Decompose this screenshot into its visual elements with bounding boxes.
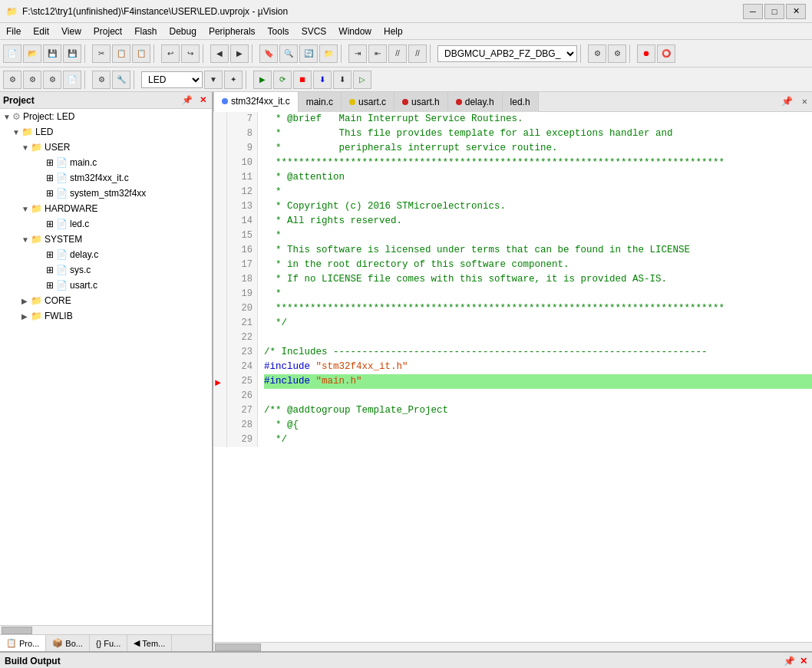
code-editor[interactable]: ► 7 8 9 10 11 12 1 (213, 112, 812, 642)
panel-tab-project-label: Pro... (19, 639, 39, 648)
new-file-button[interactable]: 📄 (3, 44, 21, 63)
debug-target-dropdown[interactable]: DBGMCU_APB2_FZ_DBG_ (437, 45, 577, 62)
main-area: Project 📌 ✕ ▼ ⚙ Project: LED ▼ 📁 LED ▼ 📁… (0, 92, 812, 651)
magic-wand-button[interactable]: ✦ (224, 71, 243, 89)
download2-button[interactable]: ⬇ (333, 71, 352, 89)
tree-item-core[interactable]: ▶ 📁 CORE (0, 293, 212, 308)
run2-button[interactable]: ▷ (353, 71, 371, 89)
debug-btn1[interactable]: ⚙ (588, 44, 606, 63)
tree-item-system[interactable]: ▶ ⊞ 📄 system_stm32f4xx (0, 186, 212, 201)
undo-button[interactable]: ↩ (161, 44, 180, 63)
tree-item-hardware[interactable]: ▼ 📁 HARDWARE (0, 201, 212, 216)
build-button[interactable]: ▶ (253, 71, 272, 89)
tree-item-delay-c[interactable]: ▶ ⊞ 📄 delay.c (0, 247, 212, 262)
save-button[interactable]: 💾 (43, 44, 61, 63)
unindent-button[interactable]: ⇤ (368, 44, 387, 63)
panel-close-button[interactable]: ✕ (196, 94, 209, 107)
cut-button[interactable]: ✂ (92, 44, 111, 63)
tree-item-user[interactable]: ▼ 📁 USER (0, 140, 212, 155)
bookmark-button[interactable]: 🔖 (259, 44, 278, 63)
indent-button[interactable]: ⇥ (348, 44, 367, 63)
tb2-btn5[interactable]: ⚙ (92, 71, 111, 89)
menu-item-view[interactable]: View (55, 23, 87, 39)
tb2-btn6[interactable]: 🔧 (112, 71, 130, 89)
tb2-btn3[interactable]: ⚙ (43, 71, 61, 89)
panel-tab-functions[interactable]: {} Fu... (90, 635, 127, 651)
menu-item-window[interactable]: Window (332, 23, 378, 39)
menu-item-edit[interactable]: Edit (27, 23, 55, 39)
paste-button[interactable]: 📋 (132, 44, 150, 63)
menu-item-tools[interactable]: Tools (262, 23, 295, 39)
tab-close-all-button[interactable]: ✕ (797, 96, 812, 107)
tb2-btn2[interactable]: ⚙ (23, 71, 41, 89)
tab-led-h[interactable]: led.h (502, 92, 539, 112)
search-button[interactable]: 🔍 (279, 44, 298, 63)
tree-item-sys-c[interactable]: ▶ ⊞ 📄 sys.c (0, 262, 212, 278)
tree-item-main-c[interactable]: ▶ ⊞ 📄 main.c (0, 155, 212, 170)
target-options-button[interactable]: ▼ (204, 71, 223, 89)
menu-item-svcs[interactable]: SVCS (295, 23, 333, 39)
menu-item-peripherals[interactable]: Peripherals (203, 23, 262, 39)
tab-dot-red2 (456, 99, 462, 105)
sep6 (430, 44, 434, 63)
run-button[interactable]: ⏺ (637, 44, 655, 63)
tree-item-fwlib[interactable]: ▶ 📁 FWLIB (0, 308, 212, 324)
panel-pin-button[interactable]: 📌 (181, 94, 193, 107)
panel-hscroll[interactable] (0, 625, 212, 634)
panel-tab-templates[interactable]: ◀ Tem... (127, 635, 172, 651)
target-dropdown[interactable]: LED (141, 71, 203, 88)
minimize-button[interactable]: ─ (743, 4, 763, 19)
download-button[interactable]: ⬇ (313, 71, 332, 89)
save-all-button[interactable]: 💾 (63, 44, 81, 63)
code-line-10: ****************************************… (264, 156, 812, 170)
tree-item-system-folder[interactable]: ▼ 📁 SYSTEM (0, 232, 212, 247)
line-num-16: 16 (232, 243, 253, 258)
build-pin-button[interactable]: 📌 (784, 656, 795, 666)
stop-build-button[interactable]: ⏹ (293, 71, 312, 89)
build-close-button[interactable]: ✕ (800, 656, 807, 666)
nav-fwd-button[interactable]: ▶ (230, 44, 249, 63)
close-button[interactable]: ✕ (786, 4, 806, 19)
file-icon: 📄 (56, 188, 68, 199)
editor-hscroll[interactable] (213, 642, 812, 651)
tree-item-led[interactable]: ▼ 📁 LED (0, 124, 212, 140)
panel-tab-project[interactable]: 📋 Pro... (0, 635, 46, 651)
tab-stm32-it[interactable]: stm32f4xx_it.c (213, 92, 299, 112)
tree-item-usart-c[interactable]: ▶ ⊞ 📄 usart.c (0, 278, 212, 293)
tab-pin-button[interactable]: 📌 (777, 96, 797, 107)
stop-button[interactable]: ⭕ (657, 44, 675, 63)
rebuild-button[interactable]: ⟳ (273, 71, 292, 89)
menu-item-project[interactable]: Project (87, 23, 128, 39)
tb2-btn4[interactable]: 📄 (63, 71, 81, 89)
menu-item-debug[interactable]: Debug (163, 23, 203, 39)
tab-usart-h[interactable]: usart.h (394, 92, 448, 112)
panel-tab-books[interactable]: 📦 Bo... (46, 635, 90, 651)
menu-item-file[interactable]: File (0, 23, 27, 39)
open-button[interactable]: 📂 (23, 44, 41, 63)
tab-main[interactable]: main.c (298, 92, 342, 112)
comment-button[interactable]: // (388, 44, 407, 63)
tree-item-project-led[interactable]: ▼ ⚙ Project: LED (0, 109, 212, 124)
tb2-btn1[interactable]: ⚙ (3, 71, 21, 89)
tab-label-main: main.c (306, 97, 333, 107)
copy-button[interactable]: 📋 (112, 44, 130, 63)
tree-item-led-c[interactable]: ▶ ⊞ 📄 led.c (0, 216, 212, 232)
replace-button[interactable]: 🔄 (299, 44, 318, 63)
tree-label: Project: LED (23, 111, 74, 122)
uncomment-button[interactable]: // (408, 44, 427, 63)
maximize-button[interactable]: □ (764, 4, 784, 19)
menu-item-help[interactable]: Help (378, 23, 409, 39)
nav-back-button[interactable]: ◀ (210, 44, 229, 63)
redo-button[interactable]: ↪ (181, 44, 200, 63)
code-line-18: * If no LICENSE file comes with this sof… (264, 272, 812, 287)
tab-usart-c[interactable]: usart.c (341, 92, 394, 112)
in-files-button[interactable]: 📁 (319, 44, 338, 63)
debug-btn2[interactable]: ⚙ (608, 44, 626, 63)
tab-delay-h[interactable]: delay.h (447, 92, 503, 112)
tree-item-stm32-it[interactable]: ▶ ⊞ 📄 stm32f4xx_it.c (0, 170, 212, 186)
panel-tab-books-label: Bo... (65, 639, 83, 648)
project-panel: Project 📌 ✕ ▼ ⚙ Project: LED ▼ 📁 LED ▼ 📁… (0, 92, 213, 651)
menu-item-flash[interactable]: Flash (128, 23, 163, 39)
line-num-19: 19 (232, 287, 253, 301)
tree-arrow: ▼ (21, 205, 29, 213)
